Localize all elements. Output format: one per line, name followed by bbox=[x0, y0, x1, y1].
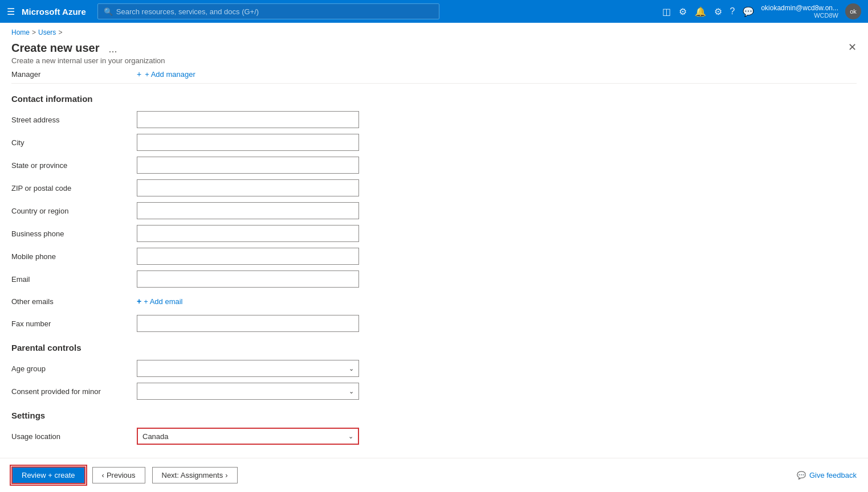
fax-row: Fax number bbox=[11, 312, 857, 335]
add-email-text: + Add email bbox=[144, 297, 182, 306]
street-address-label: Street address bbox=[11, 116, 137, 124]
age-group-select-wrapper: Minor NotAdult Adult ⌄ bbox=[137, 360, 359, 377]
state-input[interactable] bbox=[137, 157, 359, 174]
user-avatar[interactable]: ok bbox=[845, 3, 861, 19]
contact-information-heading: Contact information bbox=[11, 86, 857, 108]
country-label: Country or region bbox=[11, 207, 137, 215]
cloud-shell-icon[interactable]: ⚙ bbox=[679, 6, 687, 17]
page-subtitle: Create a new internal user in your organ… bbox=[11, 56, 165, 65]
age-group-row: Age group Minor NotAdult Adult ⌄ bbox=[11, 357, 857, 380]
page-title: Create new user bbox=[11, 42, 100, 55]
top-navigation: ☰ Microsoft Azure 🔍 ◫ ⚙ 🔔 ⚙ ? 💬 okiokadm… bbox=[0, 0, 868, 23]
business-phone-input[interactable] bbox=[137, 225, 359, 242]
zip-input[interactable] bbox=[137, 179, 359, 196]
consent-select[interactable]: Denied Granted notRequired bbox=[137, 383, 358, 399]
fax-input[interactable] bbox=[137, 315, 359, 332]
add-manager-link[interactable]: + + Add manager bbox=[137, 69, 195, 79]
breadcrumb: Home > Users > bbox=[0, 23, 868, 36]
settings-heading: Settings bbox=[11, 403, 857, 425]
usage-location-select[interactable]: Canada United States United Kingdom Aust… bbox=[138, 429, 358, 444]
help-icon[interactable]: ? bbox=[730, 6, 735, 17]
street-address-row: Street address bbox=[11, 108, 857, 131]
feedback-icon[interactable]: 💬 bbox=[743, 6, 754, 17]
breadcrumb-sep1: > bbox=[32, 28, 36, 36]
breadcrumb-home[interactable]: Home bbox=[11, 28, 30, 36]
age-group-select[interactable]: Minor NotAdult Adult bbox=[137, 360, 358, 376]
breadcrumb-users[interactable]: Users bbox=[38, 28, 56, 36]
consent-select-wrapper: Denied Granted notRequired ⌄ bbox=[137, 383, 359, 400]
city-input[interactable] bbox=[137, 134, 359, 151]
city-row: City bbox=[11, 131, 857, 154]
search-input[interactable] bbox=[116, 7, 433, 16]
add-email-link[interactable]: + + Add email bbox=[137, 294, 182, 308]
email-label: Email bbox=[11, 275, 137, 284]
zip-label: ZIP or postal code bbox=[11, 184, 137, 192]
street-address-input[interactable] bbox=[137, 111, 359, 128]
nav-icon-group: ◫ ⚙ 🔔 ⚙ ? 💬 bbox=[662, 6, 755, 17]
consent-label: Consent provided for minor bbox=[11, 387, 137, 396]
country-row: Country or region bbox=[11, 199, 857, 222]
state-label: State or province bbox=[11, 161, 137, 170]
hamburger-menu-icon[interactable]: ☰ bbox=[7, 6, 15, 17]
manager-row: Manager + + Add manager bbox=[11, 65, 857, 84]
fax-label: Fax number bbox=[11, 319, 137, 328]
user-display-name: okiokadmin@wcd8w.on... bbox=[761, 4, 838, 12]
usage-location-select-wrapper: Canada United States United Kingdom Aust… bbox=[137, 428, 359, 445]
close-icon[interactable]: ✕ bbox=[848, 41, 857, 54]
age-group-label: Age group bbox=[11, 364, 137, 373]
search-bar[interactable]: 🔍 bbox=[97, 3, 439, 19]
add-email-icon: + bbox=[137, 297, 141, 306]
breadcrumb-sep2: > bbox=[58, 28, 62, 36]
mobile-phone-input[interactable] bbox=[137, 248, 359, 265]
business-phone-row: Business phone bbox=[11, 222, 857, 245]
manager-label: Manager bbox=[11, 70, 137, 79]
mobile-phone-row: Mobile phone bbox=[11, 245, 857, 268]
city-label: City bbox=[11, 138, 137, 147]
portal-icon[interactable]: ◫ bbox=[662, 6, 671, 17]
page-footer: Review + create ‹ Previous Next: Assignm… bbox=[0, 458, 868, 466]
add-manager-icon: + bbox=[137, 69, 141, 79]
consent-row: Consent provided for minor Denied Grante… bbox=[11, 380, 857, 403]
more-options-icon[interactable]: ... bbox=[109, 43, 117, 55]
user-info[interactable]: okiokadmin@wcd8w.on... WCD8W bbox=[761, 4, 838, 19]
user-tenant: WCD8W bbox=[761, 12, 838, 19]
other-emails-row: Other emails + + Add email bbox=[11, 290, 857, 312]
email-input[interactable] bbox=[137, 270, 359, 288]
state-row: State or province bbox=[11, 154, 857, 177]
country-input[interactable] bbox=[137, 202, 359, 219]
app-logo: Microsoft Azure bbox=[22, 7, 86, 17]
usage-location-label: Usage location bbox=[11, 432, 137, 441]
usage-location-row: Usage location Canada United States Unit… bbox=[11, 425, 857, 448]
search-icon: 🔍 bbox=[104, 7, 113, 16]
add-manager-text: + Add manager bbox=[145, 70, 195, 79]
page-header: Create new user ... Create a new interna… bbox=[0, 36, 868, 65]
settings-icon[interactable]: ⚙ bbox=[714, 6, 722, 17]
main-content: Manager + + Add manager Contact informat… bbox=[0, 65, 868, 466]
zip-row: ZIP or postal code bbox=[11, 177, 857, 199]
email-row: Email bbox=[11, 268, 857, 290]
business-phone-label: Business phone bbox=[11, 229, 137, 238]
mobile-phone-label: Mobile phone bbox=[11, 252, 137, 261]
parental-controls-heading: Parental controls bbox=[11, 335, 857, 357]
other-emails-label: Other emails bbox=[11, 297, 137, 306]
notifications-icon[interactable]: 🔔 bbox=[695, 6, 706, 17]
